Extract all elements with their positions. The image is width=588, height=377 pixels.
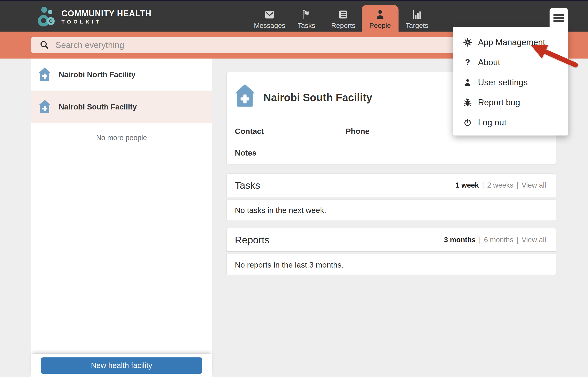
filter-view-all-tasks[interactable]: View all: [522, 181, 546, 189]
phone-label: Phone: [346, 127, 370, 136]
list-panel-footer: New health facility: [31, 354, 212, 377]
health-facility-icon: [38, 67, 51, 82]
tasks-title: Tasks: [235, 180, 260, 191]
red-pointer-arrow-icon: [527, 41, 579, 69]
report-list-icon: [338, 8, 349, 20]
people-list-panel: Nairobi North Facility Nairobi South Fac…: [31, 59, 212, 377]
tab-people[interactable]: People: [362, 5, 398, 33]
tasks-filters: 1 week | 2 weeks | View all: [455, 181, 546, 189]
tab-label: Targets: [406, 22, 428, 29]
power-icon: [463, 118, 472, 127]
filter-separator: |: [479, 236, 481, 244]
envelope-icon: [264, 8, 275, 20]
reports-title: Reports: [235, 234, 270, 246]
app-screen: COMMUNITY HEALTH TOOLKIT Messages: [0, 0, 588, 377]
menu-item-label: Report bug: [478, 98, 520, 107]
tab-messages[interactable]: Messages: [251, 2, 288, 33]
brand-line2: TOOLKIT: [61, 19, 151, 24]
filter-6-months[interactable]: 6 months: [484, 236, 513, 244]
tab-label: Tasks: [298, 22, 316, 29]
bug-icon: [463, 98, 472, 107]
nav-tabs: Messages Tasks: [251, 2, 435, 33]
health-facility-icon: [38, 99, 51, 115]
user-icon: [463, 78, 472, 87]
cht-logo-icon: [37, 6, 57, 27]
no-more-people-note: No more people: [31, 134, 212, 142]
question-icon: ?: [463, 58, 472, 67]
tasks-card: Tasks 1 week | 2 weeks | View all No tas…: [226, 174, 556, 221]
filter-view-all-reports[interactable]: View all: [522, 236, 546, 244]
reports-card: Reports 3 months | 6 months | View all N…: [226, 228, 556, 275]
tab-label: People: [369, 22, 391, 29]
new-health-facility-button[interactable]: New health facility: [41, 357, 202, 374]
filter-3-months[interactable]: 3 months: [444, 236, 476, 244]
tab-tasks[interactable]: Tasks: [288, 2, 325, 33]
filter-2-weeks[interactable]: 2 weeks: [487, 181, 513, 189]
filter-separator: |: [482, 181, 484, 189]
search-icon: [39, 40, 49, 50]
filter-separator: |: [517, 236, 519, 244]
list-item-label: Nairobi North Facility: [59, 70, 136, 79]
brand-line1: COMMUNITY HEALTH: [61, 10, 151, 18]
tab-label: Messages: [254, 22, 285, 29]
tab-targets[interactable]: Targets: [398, 2, 435, 33]
menu-item-label: About: [478, 58, 500, 67]
menu-item-user-settings[interactable]: User settings: [453, 72, 568, 92]
filter-1-week[interactable]: 1 week: [455, 181, 479, 189]
reports-card-header: Reports 3 months | 6 months | View all: [226, 228, 556, 252]
flag-icon: [301, 8, 312, 20]
menu-item-label: Log out: [478, 118, 506, 128]
gear-icon: [463, 38, 472, 47]
brand-text: COMMUNITY HEALTH TOOLKIT: [61, 10, 151, 24]
health-facility-icon: [234, 83, 256, 108]
tasks-empty-message: No tasks in the next week.: [226, 200, 556, 221]
tab-reports[interactable]: Reports: [325, 2, 362, 33]
facility-title: Nairobi South Facility: [263, 91, 372, 104]
menu-item-log-out[interactable]: Log out: [453, 112, 568, 132]
menu-item-report-bug[interactable]: Report bug: [453, 92, 568, 112]
list-item-nairobi-north[interactable]: Nairobi North Facility: [31, 59, 212, 91]
brand-logo: COMMUNITY HEALTH TOOLKIT: [37, 6, 151, 27]
kebab-menu-button[interactable]: [550, 8, 568, 29]
reports-filters: 3 months | 6 months | View all: [444, 236, 546, 244]
reports-empty-message: No reports in the last 3 months.: [226, 254, 556, 275]
list-item-nairobi-south[interactable]: Nairobi South Facility: [31, 91, 212, 123]
tab-label: Reports: [331, 22, 355, 29]
filter-separator: |: [517, 181, 519, 189]
bar-chart-icon: [412, 8, 422, 20]
menu-item-label: User settings: [478, 78, 528, 87]
contact-label: Contact: [235, 127, 264, 136]
notes-label: Notes: [235, 148, 257, 157]
tasks-card-header: Tasks 1 week | 2 weeks | View all: [226, 174, 556, 197]
person-icon: [375, 8, 385, 20]
list-item-label: Nairobi South Facility: [59, 103, 137, 111]
